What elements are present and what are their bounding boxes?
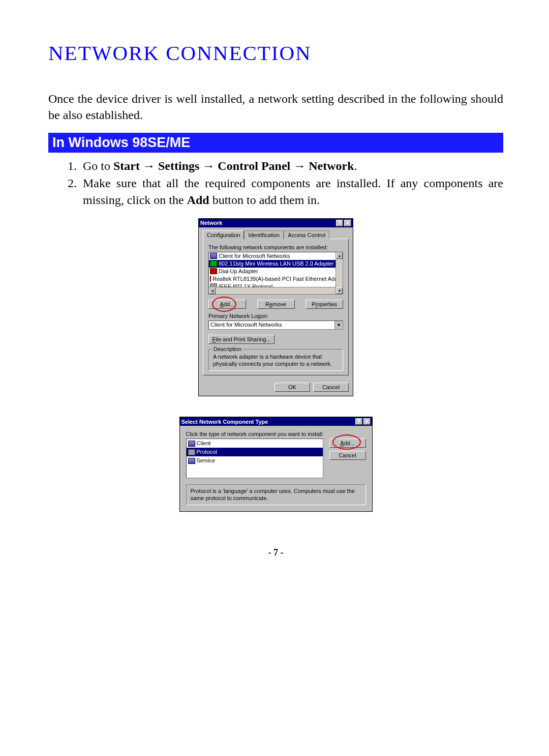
select-component-titlebar: Select Network Component Type ? × <box>180 417 372 426</box>
tab-configuration[interactable]: Configuration <box>203 230 244 239</box>
scrollbar-horizontal[interactable]: ◂▸ <box>209 287 336 294</box>
step-1-prefix: Go to <box>83 159 113 172</box>
step-1-suffix: . <box>354 159 357 172</box>
primary-logon-label: Primary Network Logon: <box>208 313 343 319</box>
client-icon <box>210 253 217 259</box>
page-number: - 7 - <box>48 547 503 558</box>
list-item-label: Client for Microsoft Networks <box>219 252 290 260</box>
primary-logon-value: Client for Microsoft Networks <box>209 321 334 329</box>
description-label: Description <box>212 346 243 352</box>
list-item-label: Client <box>197 439 211 448</box>
list-item[interactable]: 802.11b/g Mini Wireless LAN USB 2.0 Adap… <box>209 260 343 268</box>
select-component-title: Select Network Component Type <box>181 419 354 425</box>
component-type-listbox[interactable]: Client Protocol Service <box>186 439 323 478</box>
add-button[interactable]: Add... <box>208 300 246 309</box>
add-button-rest: dd... <box>224 301 234 307</box>
list-item-label: Service <box>197 456 216 465</box>
tab-access-control[interactable]: Access Control <box>284 230 329 239</box>
scroll-down-icon[interactable]: ▾ <box>336 287 343 294</box>
scroll-right-icon[interactable]: ▸ <box>329 294 336 295</box>
list-item-label: 802.11b/g Mini Wireless LAN USB 2.0 Adap… <box>219 260 334 268</box>
network-dialog: Network ? × Configuration Identification… <box>198 218 353 397</box>
adapter-icon <box>210 276 211 282</box>
list-item-label: Realtek RTL8139(A)-based PCI Fast Ethern… <box>212 275 343 283</box>
dialog-footer: OK Cancel <box>199 380 353 396</box>
protocol-icon <box>188 449 195 455</box>
cancel-button[interactable]: Cancel <box>329 451 366 460</box>
close-icon[interactable]: × <box>363 418 371 425</box>
description-group: Description A network adapter is a hardw… <box>208 349 343 371</box>
network-dialog-titlebar: Network ? × <box>199 219 353 227</box>
select-component-dialog: Select Network Component Type ? × Click … <box>179 417 373 511</box>
help-icon[interactable]: ? <box>355 418 362 425</box>
cancel-button[interactable]: Cancel <box>313 383 349 392</box>
add-button[interactable]: Add... <box>329 439 366 448</box>
step-2-c: button to add them in. <box>209 193 320 207</box>
intro-paragraph: Once the device driver is well installed… <box>48 91 503 124</box>
adapter-icon <box>210 268 217 274</box>
list-item-label: Dial-Up Adapter <box>219 268 258 275</box>
help-icon[interactable]: ? <box>336 220 343 226</box>
scroll-left-icon[interactable]: ◂ <box>209 287 216 294</box>
step-1: Go to Start → Settings → Control Panel →… <box>80 158 503 174</box>
components-listbox[interactable]: Client for Microsoft Networks 802.11b/g … <box>208 252 343 295</box>
steps-list: Go to Start → Settings → Control Panel →… <box>48 158 503 208</box>
remove-button[interactable]: Remove <box>257 300 295 309</box>
component-description: Protocol is a 'language' a computer uses… <box>186 484 366 505</box>
primary-logon-dropdown[interactable]: Client for Microsoft Networks ▼ <box>208 321 343 330</box>
scroll-up-icon[interactable]: ▴ <box>336 252 343 259</box>
list-item[interactable]: Protocol <box>187 448 323 456</box>
ok-button[interactable]: OK <box>274 383 310 392</box>
section-heading: In Windows 98SE/ME <box>48 133 503 153</box>
step-1-path: Start → Settings → Control Panel → Netwo… <box>113 159 354 172</box>
scrollbar-vertical[interactable]: ▴▾ <box>336 252 343 294</box>
components-label: The following network components are ins… <box>208 244 343 250</box>
list-item-label: Protocol <box>197 448 217 456</box>
step-2: Make sure that all the required componen… <box>80 175 503 208</box>
page-title: NETWORK CONNECTION <box>48 41 503 65</box>
list-item[interactable]: Dial-Up Adapter <box>209 268 343 275</box>
properties-button[interactable]: Properties <box>306 300 343 309</box>
tab-pane: The following network components are ins… <box>203 239 349 376</box>
chevron-down-icon[interactable]: ▼ <box>334 321 343 329</box>
list-item[interactable]: Service <box>187 456 323 465</box>
service-icon <box>188 458 195 464</box>
client-icon <box>188 441 195 447</box>
tabs: Configuration Identification Access Cont… <box>203 230 349 239</box>
select-component-prompt: Click the type of network component you … <box>186 431 366 437</box>
list-item[interactable]: Client for Microsoft Networks <box>209 252 343 260</box>
list-item[interactable]: Client <box>187 439 323 448</box>
step-2-add-word: Add <box>187 193 209 207</box>
tab-identification[interactable]: Identification <box>244 230 284 239</box>
description-text: A network adapter is a hardware device t… <box>213 354 339 368</box>
adapter-icon <box>210 260 217 267</box>
list-item[interactable]: Realtek RTL8139(A)-based PCI Fast Ethern… <box>209 275 343 283</box>
network-dialog-title: Network <box>200 220 335 226</box>
file-print-sharing-button[interactable]: File and Print Sharing... <box>208 335 274 344</box>
close-icon[interactable]: × <box>344 220 351 226</box>
